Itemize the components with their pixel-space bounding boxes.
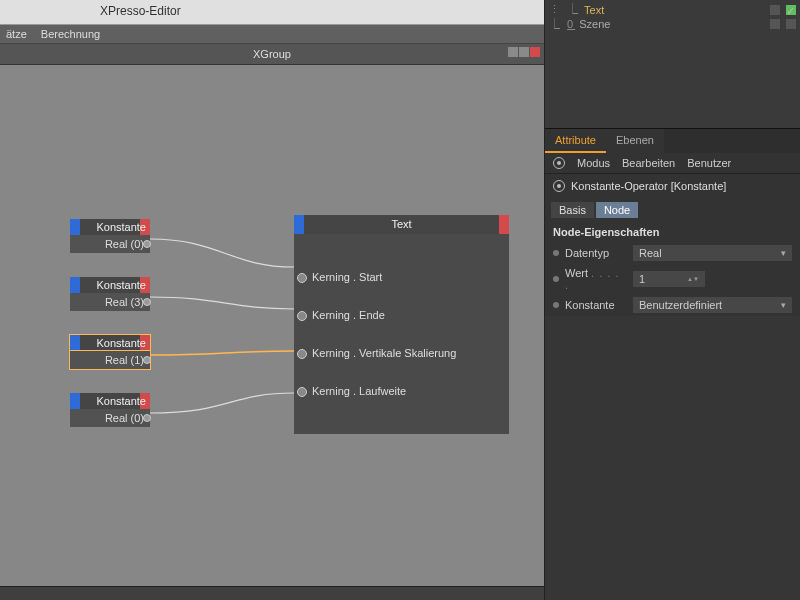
param-anim-icon[interactable]	[553, 276, 559, 282]
output-port[interactable]	[143, 298, 151, 306]
output-port[interactable]	[143, 240, 151, 248]
node-konstante[interactable]: Konstante Real (0)	[70, 219, 150, 253]
node-konstante[interactable]: Konstante Real (0)	[70, 393, 150, 427]
attribute-tabs: Attribute Ebenen	[545, 128, 800, 153]
prop-datentyp: Datentyp Real ▾	[545, 242, 800, 264]
scene-tree[interactable]: ⋮ ⎿ Text ✓ ⎿ 0 Szene	[545, 0, 800, 128]
prop-label: Konstante	[565, 299, 627, 311]
menubar: ätze Berechnung	[0, 25, 544, 44]
tab-ebenen[interactable]: Ebenen	[606, 129, 664, 153]
xgroup-move-icon[interactable]	[508, 47, 518, 57]
node-title: Konstante	[96, 395, 146, 407]
attribute-title-row: Konstante-Operator [Konstante]	[545, 174, 800, 198]
xgroup-control-icon[interactable]	[519, 47, 529, 57]
horizontal-scrollbar[interactable]	[0, 586, 544, 600]
prop-label: Wert . . . . .	[565, 267, 627, 291]
input-port[interactable]: Kerning . Start	[300, 258, 503, 296]
menu-item[interactable]: Bearbeiten	[622, 157, 675, 169]
attribute-menubar: Modus Bearbeiten Benutzer	[545, 153, 800, 174]
output-port[interactable]	[143, 414, 151, 422]
prop-wert: Wert . . . . . 1 ▲▼	[545, 264, 800, 294]
node-canvas[interactable]: Konstante Real (0) Konstante Real (3) Ko…	[0, 65, 544, 586]
subtab-basis[interactable]: Basis	[551, 202, 594, 218]
tree-row[interactable]: ⋮ ⎿ Text ✓	[549, 2, 796, 17]
section-header: Node-Eigenschaften	[545, 222, 800, 242]
input-port[interactable]: Kerning . Ende	[300, 296, 503, 334]
dropdown-datentyp[interactable]: Real ▾	[633, 245, 792, 261]
node-value: Real (0)	[105, 412, 144, 424]
prop-label: Datentyp	[565, 247, 627, 259]
input-wert[interactable]: 1 ▲▼	[633, 271, 705, 287]
tree-guide-icon: ⎿ 0	[549, 18, 575, 30]
node-title: Konstante	[96, 279, 146, 291]
node-konstante-selected[interactable]: Konstante Real (1)	[70, 335, 150, 369]
tree-item-label: Text	[584, 4, 764, 16]
menu-item[interactable]: ätze	[6, 28, 27, 40]
menu-item[interactable]: Modus	[577, 157, 610, 169]
menu-item[interactable]: Benutzer	[687, 157, 731, 169]
node-value: Real (1)	[105, 354, 144, 366]
node-text[interactable]: Text Kerning . Start Kerning . Ende Kern…	[294, 215, 509, 434]
tab-attribute[interactable]: Attribute	[545, 129, 606, 153]
xgroup-header[interactable]: XGroup	[0, 44, 544, 65]
tree-guide-icon: ⋮ ⎿	[549, 3, 580, 16]
render-toggle[interactable]: ✓	[786, 5, 796, 15]
prop-konstante: Konstante Benutzerdefiniert ▾	[545, 294, 800, 316]
chevron-down-icon: ▾	[781, 248, 786, 258]
chevron-down-icon: ▾	[781, 300, 786, 310]
visibility-toggle[interactable]	[770, 5, 780, 15]
node-value: Real (0)	[105, 238, 144, 250]
dropdown-konstante[interactable]: Benutzerdefiniert ▾	[633, 297, 792, 313]
xgroup-title: XGroup	[253, 48, 291, 60]
node-konstante[interactable]: Konstante Real (3)	[70, 277, 150, 311]
tree-row[interactable]: ⎿ 0 Szene	[549, 17, 796, 31]
input-port[interactable]: Kerning . Vertikale Skalierung	[300, 334, 503, 372]
mode-menu[interactable]	[553, 157, 565, 169]
window-title: XPresso-Editor	[100, 4, 181, 18]
node-title: Konstante	[96, 337, 146, 349]
sub-tabs: Basis Node	[545, 198, 800, 222]
subtab-node[interactable]: Node	[596, 202, 638, 218]
attribute-empty-area	[545, 316, 800, 600]
render-toggle[interactable]	[786, 19, 796, 29]
param-anim-icon[interactable]	[553, 250, 559, 256]
attribute-title: Konstante-Operator [Konstante]	[571, 180, 726, 192]
menu-item[interactable]: Berechnung	[41, 28, 100, 40]
node-value: Real (3)	[105, 296, 144, 308]
input-port[interactable]: Kerning . Laufweite	[300, 372, 503, 410]
gear-icon	[553, 180, 565, 192]
xgroup-close-icon[interactable]	[530, 47, 540, 57]
window-titlebar[interactable]: XPresso-Editor	[0, 0, 544, 25]
visibility-toggle[interactable]	[770, 19, 780, 29]
node-title: Text	[391, 218, 411, 230]
param-anim-icon[interactable]	[553, 302, 559, 308]
spinner-icon[interactable]: ▲▼	[687, 277, 699, 282]
tree-item-label: Szene	[579, 18, 764, 30]
output-port[interactable]	[143, 356, 151, 364]
node-title: Konstante	[96, 221, 146, 233]
gear-icon	[553, 157, 565, 169]
